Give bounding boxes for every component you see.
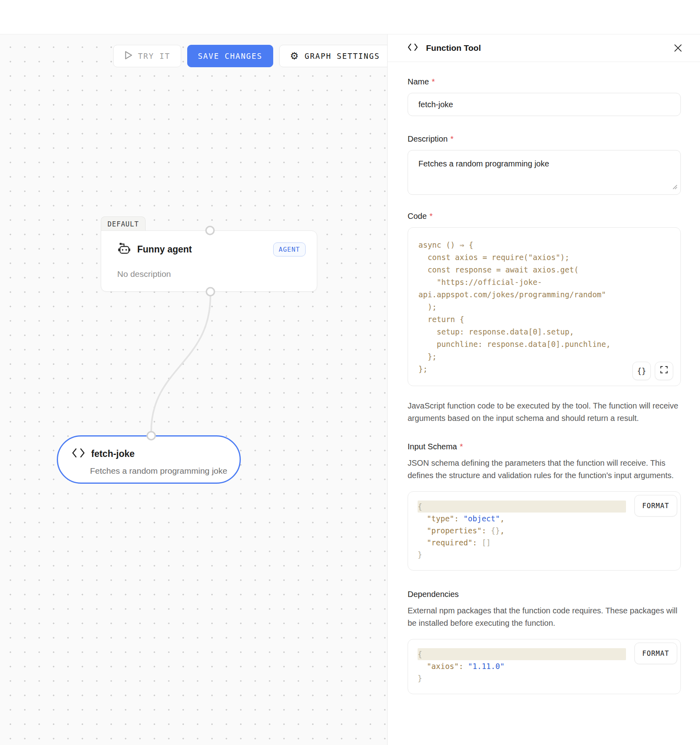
format-braces-button[interactable]: {} [632,362,651,380]
top-bar [0,0,700,34]
agent-type-badge: AGENT [273,242,306,256]
code-label: Code* [408,212,681,221]
name-input[interactable]: fetch-joke [408,93,681,116]
fullscreen-icon [660,365,668,377]
close-icon[interactable] [672,42,684,54]
format-button[interactable]: FORMAT [634,643,677,664]
code-editor[interactable]: async () ⇒ { const axios = require("axio… [408,227,681,386]
dependencies-help-text: External npm packages that the function … [408,605,681,629]
agent-node-title: Funny agent [137,244,192,255]
tool-node-description: Fetches a random programming joke [90,466,227,476]
required-asterisk: * [430,212,433,221]
agent-node[interactable]: Funny agent AGENT No description [101,230,317,292]
save-changes-button[interactable]: SAVE CHANGES [187,45,273,67]
code-help-text: JavaScript function code to be executed … [408,400,681,425]
panel-header: Function Tool [388,34,700,62]
required-asterisk: * [450,134,454,144]
agent-node-description: No description [117,269,171,279]
canvas-toolbar: TRY IT SAVE CHANGES ⚙ GRAPH SETTINGS [113,45,387,67]
code-icon [72,448,85,460]
dependencies-label: Dependencies [408,590,681,599]
expand-fullscreen-button[interactable] [655,362,673,380]
play-icon [124,50,133,62]
graph-settings-label: GRAPH SETTINGS [304,52,380,60]
tool-node-title: fetch-joke [91,449,135,459]
dependencies-editor[interactable]: { "axios": "1.11.0"} FORMAT [408,639,681,694]
name-label: Name* [408,77,681,86]
input-schema-editor[interactable]: { "type": "object", "properties": {}, "r… [408,491,681,571]
required-asterisk: * [460,442,463,451]
description-label: Description* [408,134,681,144]
robot-icon [117,242,131,256]
agent-to-tool-edge [151,296,210,431]
graph-settings-button[interactable]: ⚙ GRAPH SETTINGS [279,45,387,67]
format-button[interactable]: FORMAT [634,495,677,517]
try-it-button[interactable]: TRY IT [113,45,181,67]
description-value: Fetches a random programming joke [418,159,549,168]
graph-canvas[interactable]: TRY IT SAVE CHANGES ⚙ GRAPH SETTINGS DEF… [0,34,387,745]
code-content: async () ⇒ { const axios = require("axio… [418,239,671,375]
agent-node-default-tab[interactable]: DEFAULT [101,216,146,231]
gear-icon: ⚙ [290,51,300,61]
dependencies-content: { "axios": "1.11.0"} [418,648,671,684]
required-asterisk: * [432,77,435,86]
try-it-label: TRY IT [138,52,170,60]
edge-layer [0,34,387,745]
name-value: fetch-joke [418,100,453,109]
code-icon [408,43,418,53]
input-schema-help-text: JSON schema defining the parameters that… [408,457,681,482]
braces-icon: {} [637,365,646,377]
resize-handle-icon[interactable] [672,182,677,191]
input-schema-label: Input Schema* [408,442,681,451]
description-textarea[interactable]: Fetches a random programming joke [408,150,681,195]
save-changes-label: SAVE CHANGES [198,52,262,60]
tool-node-fetch-joke[interactable]: fetch-joke Fetches a random programming … [57,435,241,484]
function-tool-panel: Function Tool Name* fetch-joke Descripti… [387,34,700,745]
default-tab-label: DEFAULT [108,220,139,228]
input-schema-content: { "type": "object", "properties": {}, "r… [418,501,671,561]
panel-title: Function Tool [426,43,481,53]
